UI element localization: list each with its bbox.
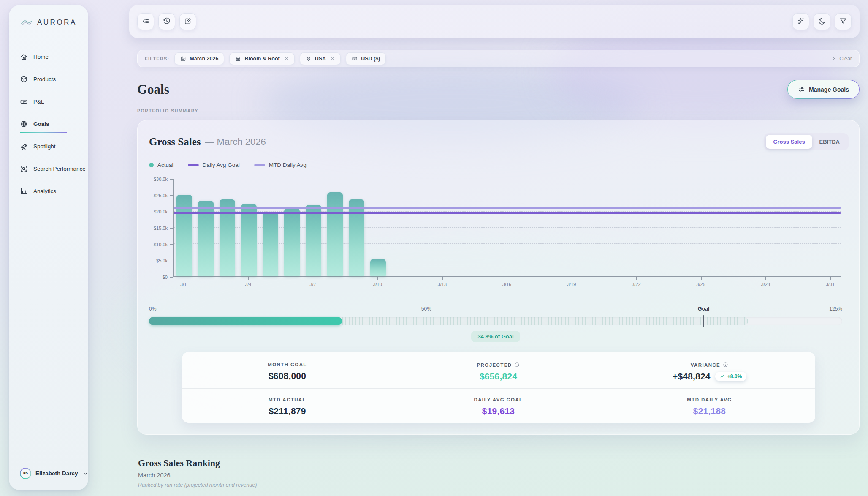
chip-remove-icon[interactable] [284,56,289,61]
variance-badge-label: +8.0% [727,373,742,379]
sidebar-item-home[interactable]: Home [20,52,81,62]
filter-chip-label: Bloom & Root [244,56,279,62]
stat-label-row: MTD DAILY AVG [608,397,811,402]
sidebar-item-p-l[interactable]: P&L [20,96,81,106]
sidebar-item-label: P&L [33,98,44,105]
legend-label: MTD Daily Avg [269,162,307,168]
y-tick-label: $5.0k [156,258,168,263]
filters-label: FILTERS: [145,56,169,61]
stat-label-row: MONTH GOAL [186,362,389,367]
history-button[interactable] [158,13,175,30]
percent-of-goal-badge: 34.8% of Goal [471,331,520,342]
progress-mid-label: 50% [421,306,431,312]
clear-filters-button[interactable]: Clear [832,56,852,62]
x-tick-label: 3/19 [567,282,576,287]
y-tick-label: $10.0k [154,242,168,247]
progress-end-label: 125% [829,306,842,312]
dark-mode-button[interactable] [814,13,830,30]
sidebar-item-label: Analytics [33,188,56,194]
manage-goals-label: Manage Goals [809,86,849,93]
trend-up-icon [720,374,725,379]
goal-stats-panel: MONTH GOAL$608,000PROJECTED$656,824VARIA… [182,352,815,423]
manage-goals-button[interactable]: Manage Goals [787,80,860,99]
toolbar-right-group [792,13,852,30]
app-logo[interactable]: AURORA [20,18,81,27]
progress-start-label: 0% [149,306,156,312]
chip-remove-icon[interactable] [330,56,335,61]
projected-zone [342,317,748,325]
filter-chip-label: March 2026 [190,56,218,62]
legend-dot-swatch [149,163,154,167]
variance-trend-badge: +8.0% [715,372,746,381]
info-icon[interactable] [723,362,728,368]
banknote-icon [352,56,358,62]
chart-bar [370,259,386,276]
sidebar-item-analytics[interactable]: Analytics [20,186,81,196]
ranking-section: Gross Sales Ranking March 2026 Ranked by… [137,458,860,488]
toggle-option-ebitda[interactable]: EBITDA [812,135,847,149]
store-icon [235,56,241,62]
metric-toggle: Gross SalesEBITDA [764,133,849,150]
stat-label: DAILY AVG GOAL [474,397,523,402]
user-menu[interactable]: ED Elizabeth Darcy [20,468,81,479]
gross-sales-goal-card: Gross Sales — March 2026 Gross SalesEBIT… [137,120,860,435]
filter-chips: March 2026Bloom & RootUSAUSD ($) [174,52,386,65]
progress-fill [149,317,342,325]
chart-bar [284,208,300,276]
collapse-sidebar-button[interactable] [137,13,154,30]
sidebar-item-label: Search Performance [33,166,86,172]
stat-value-row: $608,000 [186,371,389,381]
ranking-title: Gross Sales Ranking [138,458,860,469]
chart-bar [327,192,343,276]
ranking-subtitle: March 2026 [138,472,860,479]
x-tick-label: 3/10 [373,282,382,287]
toolbar-left-group [137,13,196,30]
stat-month-goal: MONTH GOAL$608,000 [182,352,393,389]
y-tick-label: $30.0k [154,177,168,182]
x-tick-mark [248,277,249,280]
toggle-option-gross-sales[interactable]: Gross Sales [766,135,812,149]
x-tick-mark [636,277,637,280]
progress-track [149,317,842,325]
x-tick-label: 3/25 [696,282,705,287]
top-toolbar [129,5,860,38]
home-icon [20,53,28,61]
wave-logo-icon [20,18,33,27]
sidebar-item-spotlight[interactable]: Spotlight [20,141,81,151]
moon-icon [818,17,826,27]
close-icon [832,56,837,61]
ai-assist-button[interactable] [792,13,809,30]
gridline [174,195,841,195]
filter-chip-label: USA [315,56,326,62]
edit-button[interactable] [179,13,196,30]
filter-chip-bloom-root[interactable]: Bloom & Root [229,52,294,65]
x-tick-mark [377,277,378,280]
x-tick-label: 3/16 [502,282,511,287]
reference-line-daily-avg-goal [174,212,841,214]
sidebar-item-goals[interactable]: Goals [20,119,81,129]
sidebar-item-label: Spotlight [33,143,56,150]
user-name: Elizabeth Darcy [35,470,78,477]
y-tick-mark [170,228,173,229]
sidebar-item-products[interactable]: Products [20,74,81,84]
pnl-icon [20,98,28,106]
card-subtitle: — March 2026 [205,136,266,147]
filter-button[interactable] [835,13,852,30]
y-tick-mark [170,195,173,196]
y-tick-mark [170,244,173,245]
filter-chip-march-2026[interactable]: March 2026 [174,52,224,65]
info-icon[interactable] [514,362,520,368]
x-tick-mark [765,277,766,280]
stat-label: MTD ACTUAL [269,397,306,402]
chart-bar [349,199,365,276]
filter-chip-usd-[interactable]: USD ($) [346,52,386,65]
sidebar: AURORA HomeProductsP&LGoalsSpotlightSear… [9,5,88,490]
stat-value-row: $19,613 [397,406,600,416]
clear-filters-label: Clear [839,56,852,62]
x-tick-mark [701,277,702,280]
filter-chip-usa[interactable]: USA [300,52,341,65]
chart-bar [306,205,322,276]
y-tick-label: $0 [163,275,168,280]
y-tick-mark [170,179,173,180]
sidebar-item-search-performance[interactable]: Search Performance [20,164,81,174]
